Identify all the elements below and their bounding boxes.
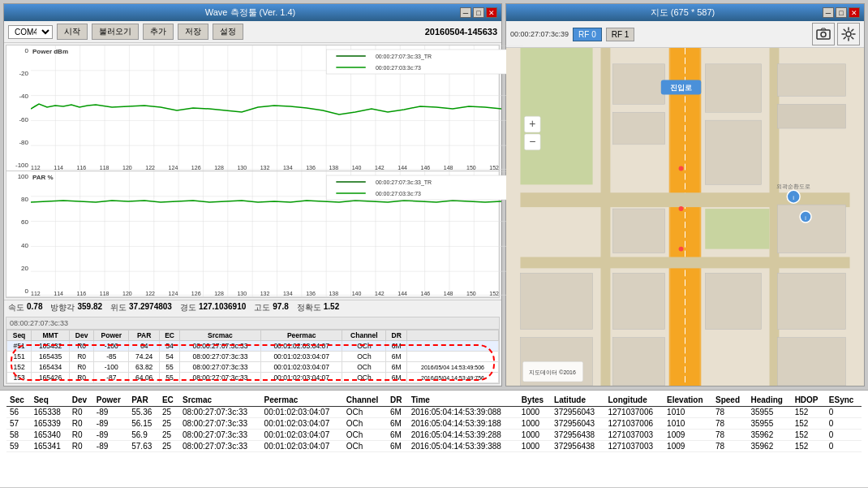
longitude-item: 경도 127.1036910 [180,302,246,313]
svg-point-63 [821,32,826,37]
save-button[interactable]: 저장 [178,24,208,40]
col-dev: Dev [70,330,94,341]
toolbar-date: 20160504-145633 [425,27,497,37]
bottom-data-table: Sec Seq Dev Power PAR EC Srcmac Peermac … [6,394,862,452]
altitude-value: 97.8 [273,302,288,313]
svg-text:00:00:27:07:3c:33_TR: 00:00:27:07:3c:33_TR [376,179,432,186]
svg-rect-74 [705,209,769,249]
map-minimize-button[interactable]: ─ [823,7,834,18]
longitude-label: 경도 [180,302,196,313]
minimize-button[interactable]: ─ [460,7,471,18]
bottom-table-row: 57 165339 R0 -89 56.15 25 08:00:27:07:3c… [6,418,862,430]
add-button[interactable]: 추가 [143,24,174,40]
col-dr: DR [386,330,407,341]
rf1-button[interactable]: RF 1 [606,28,635,41]
y-axis-2: 100 80 60 40 20 0 [6,171,31,296]
par-chart-svg: 00:00:27:07:3c:33_TR 00:00:27:03:3c:73 P… [31,171,523,296]
svg-rect-85 [705,273,761,329]
table-row: 152 165434 R0 -100 63.82 55 08:00:27:07:… [7,362,499,373]
th-bytes: Bytes [518,394,551,407]
th-hdop: HDOP [792,394,826,407]
maximize-button[interactable]: □ [473,7,484,18]
svg-rect-76 [705,64,761,112]
svg-rect-62 [817,30,830,39]
svg-text:지도데이터 ©2016: 지도데이터 ©2016 [529,369,576,375]
longitude-value: 127.1036910 [199,302,246,313]
start-button[interactable]: 시작 [57,24,88,40]
th-heading: Heading [747,394,791,407]
top-section: Wave 측정툴 (Ver. 1.4) ─ □ ✕ COM4 시작 불러오기 추… [0,0,868,390]
wave-window: Wave 측정툴 (Ver. 1.4) ─ □ ✕ COM4 시작 불러오기 추… [3,3,502,387]
th-channel: Channel [343,394,387,407]
camera-button[interactable] [812,23,835,45]
altitude-label: 고도 [254,302,270,313]
com-port-select[interactable]: COM4 [8,25,53,39]
latitude-label: 위도 [110,302,127,313]
svg-text:i: i [793,194,794,201]
svg-text:외곽순환도로: 외곽순환도로 [776,184,810,190]
svg-rect-81 [612,209,664,253]
settings-button[interactable]: 설정 [213,24,243,40]
latitude-value: 37.2974803 [129,302,172,313]
svg-text:00:00:27:03:3c:73: 00:00:27:03:3c:73 [376,65,421,71]
gear-icon [841,27,856,41]
table-row: 151 165435 R0 -85 74.24 54 08:00:27:07:3… [7,352,499,362]
svg-text:+: + [529,117,535,130]
svg-rect-71 [601,48,611,386]
bottom-table-section: Sec Seq Dev Power PAR EC Srcmac Peermac … [0,390,868,487]
svg-rect-80 [705,120,761,184]
heading-value: 359.82 [77,302,102,313]
svg-point-104 [679,206,684,211]
bottom-table-row: 58 165340 R0 -89 56.9 25 08:00:27:07:3c:… [6,430,862,441]
main-container: Wave 측정툴 (Ver. 1.4) ─ □ ✕ COM4 시작 불러오기 추… [0,0,868,488]
svg-rect-82 [777,205,845,253]
svg-text:−: − [529,135,535,148]
map-window-controls: ─ □ ✕ [823,7,860,18]
bottom-table-row: 56 165338 R0 -89 55.36 25 08:00:27:07:3c… [6,407,862,418]
bottom-table-row: 59 165341 R0 -89 57.63 25 08:00:27:07:3c… [6,441,862,452]
close-button[interactable]: ✕ [486,7,497,18]
table-wrapper: Seq MMT Dev Power PAR EC Srcmac Peermac … [6,330,499,383]
th-peermac: Peermac [261,394,343,407]
x-axis-2: 112114116118120 122124126128130 13213413… [31,291,499,296]
svg-rect-88 [612,338,664,386]
svg-rect-70 [520,257,849,269]
heading-label: 방향각 [50,302,75,313]
rf0-button[interactable]: RF 0 [573,28,602,41]
accuracy-label: 정확도 [297,302,321,313]
y-axis-1: 0 -20 -40 -60 -80 -100 [6,45,31,171]
wave-data-table-area: 08:00:27:07:3c:33 Seq MMT Dev Power PAR … [6,317,500,384]
svg-rect-86 [777,273,845,329]
th-dev: Dev [69,394,93,407]
svg-rect-79 [612,112,664,145]
svg-rect-77 [777,64,845,97]
wave-data-table: Seq MMT Dev Power PAR EC Srcmac Peermac … [6,330,499,383]
svg-point-64 [846,32,851,37]
svg-rect-83 [520,273,592,329]
map-controls [812,23,860,45]
settings-gear-button[interactable] [837,23,860,45]
map-maximize-button[interactable]: □ [836,7,847,18]
svg-point-105 [679,247,684,252]
map-window: 지도 (675 * 587) ─ □ ✕ 00:00:27:07:3c:39 R… [505,3,865,387]
map-close-button[interactable]: ✕ [849,7,860,18]
th-power: Power [93,394,128,407]
svg-text:PAR %: PAR % [32,174,54,181]
load-button[interactable]: 불러오기 [92,24,139,40]
status-bar: 속도 0.78 방향각 359.82 위도 37.2974803 경도 127.… [4,300,501,315]
accuracy-item: 정확도 1.52 [297,302,339,313]
speed-item: 속도 0.78 [8,302,42,313]
map-svg: 진입로 i i + − 지도데이터 ©2016 외곽순환도로 [506,48,864,386]
table-row: 153 165426 R0 -87 64.06 55 08:00:27:07:3… [7,373,499,383]
svg-text:00:00:27:03:3c:73: 00:00:27:03:3c:73 [376,191,421,196]
map-title: 지도 (675 * 587) [543,6,823,19]
map-area[interactable]: 진입로 i i + − 지도데이터 ©2016 외곽순환도로 [506,48,864,386]
th-sec: Sec [6,394,30,407]
svg-text:진입로: 진입로 [670,84,692,92]
th-par: PAR [128,394,159,407]
altitude-item: 고도 97.8 [254,302,288,313]
wave-titlebar: Wave 측정툴 (Ver. 1.4) ─ □ ✕ [4,4,501,21]
wave-window-controls: ─ □ ✕ [460,7,497,18]
par-chart: 100 80 60 40 20 0 [6,171,499,297]
svg-text:00:00:27:07:3c:33_TR: 00:00:27:07:3c:33_TR [376,54,432,60]
